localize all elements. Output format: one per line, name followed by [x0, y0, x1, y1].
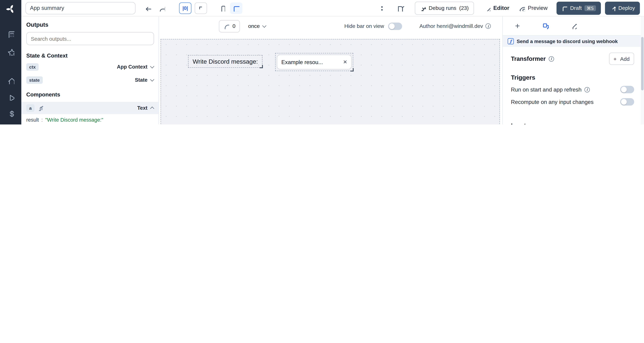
transformer-title: Transformer	[511, 56, 546, 62]
scrollbar-thumb[interactable]	[641, 37, 644, 90]
frequency-dropdown[interactable]: once	[248, 23, 266, 29]
components-title: Components	[21, 86, 158, 99]
ctx-row[interactable]: ctx App Context	[21, 60, 158, 74]
draft-shortcut: ⌘S	[584, 5, 596, 11]
info-icon[interactable]: i	[486, 24, 491, 29]
align-components-button[interactable]: |0|	[179, 2, 192, 14]
chevron-up-icon[interactable]	[150, 106, 154, 110]
function-square-icon: ƒ	[508, 38, 514, 44]
chevron-down-icon[interactable]	[150, 77, 154, 82]
resource-select-component[interactable]: Example resou... ×	[275, 53, 353, 71]
state-row[interactable]: state State	[21, 74, 158, 86]
resize-handle[interactable]	[260, 65, 263, 68]
redo-icon[interactable]	[156, 2, 168, 14]
run-on-start-toggle[interactable]	[620, 86, 634, 93]
triggers-title: Triggers	[511, 74, 634, 81]
chevron-down-icon[interactable]	[150, 64, 154, 68]
canvas-toolbar: 0 once Hide bar on view Author henri@win…	[159, 16, 502, 36]
component-a-header[interactable]: a Text	[21, 102, 158, 114]
state-context-title: State & Context	[21, 48, 158, 60]
docs-book-icon[interactable]	[395, 2, 406, 14]
component-settings-panel: + ƒ Send a message to discord using webh…	[502, 16, 640, 124]
outputs-title: Outputs	[21, 16, 158, 29]
author-label: Author henri@windmill.dev	[419, 23, 483, 29]
recompute-label: Recompute on any input changes	[511, 99, 594, 105]
recompute-toggle[interactable]	[620, 98, 634, 106]
info-icon[interactable]: i	[584, 87, 590, 92]
app-sidebar	[0, 0, 21, 124]
refresh-count-button[interactable]: 0	[219, 20, 240, 32]
page-scrollbar[interactable]	[641, 16, 644, 124]
mobile-view-icon[interactable]	[216, 2, 228, 14]
favorites-star-icon[interactable]	[0, 44, 21, 60]
run-on-start-label: Run on start and app refresh	[511, 86, 582, 92]
desktop-view-icon[interactable]	[230, 2, 242, 14]
windmill-logo-icon[interactable]	[0, 0, 21, 18]
hide-bar-label: Hide bar on view	[344, 23, 384, 29]
draft-button[interactable]: Draft ⌘S	[557, 2, 601, 14]
hide-bar-toggle[interactable]	[388, 22, 402, 30]
more-menu-kebab-icon[interactable]	[374, 2, 386, 14]
runs-play-icon[interactable]	[0, 89, 21, 105]
undo-icon[interactable]	[142, 2, 154, 14]
styling-brush-tab[interactable]	[568, 21, 578, 31]
resize-handle[interactable]	[350, 68, 354, 72]
fullscreen-icon[interactable]	[195, 2, 207, 14]
ctx-badge: ctx	[26, 63, 38, 71]
debug-runs-button[interactable]: Debug runs (23)	[415, 2, 474, 14]
debug-runs-count: (23)	[459, 5, 469, 11]
search-outputs-input[interactable]	[26, 32, 154, 45]
output-row: result:"Write Discord message:"	[26, 116, 154, 124]
runnable-header: ƒ Send a message to discord using webhoo…	[503, 36, 641, 47]
insert-component-tab[interactable]: +	[512, 21, 522, 31]
info-icon[interactable]: i	[548, 56, 554, 62]
topbar: |0| Debug runs (23) Editor Preview Draft…	[21, 0, 644, 16]
deploy-button[interactable]: Deploy	[605, 2, 640, 14]
home-icon[interactable]	[0, 73, 21, 88]
tab-preview[interactable]: Preview	[519, 5, 548, 11]
canvas-wrap: Write Discord message: Example resou... …	[159, 36, 502, 124]
tab-editor[interactable]: Editor	[485, 5, 509, 11]
resources-icon[interactable]	[0, 122, 21, 124]
right-panel-tabs: +	[503, 16, 641, 36]
app-canvas[interactable]: Write Discord message: Example resou... …	[160, 39, 500, 124]
apps-icon[interactable]	[0, 26, 21, 42]
clear-selection-icon[interactable]: ×	[343, 59, 347, 65]
add-transformer-button[interactable]: + Add	[609, 52, 634, 65]
variables-dollar-icon[interactable]	[0, 106, 21, 121]
state-badge: state	[26, 76, 42, 84]
hand-pointer-icon	[38, 106, 43, 111]
text-component[interactable]: Write Discord message:	[188, 55, 262, 68]
component-settings-tab[interactable]	[540, 21, 550, 31]
component-a-badge: a	[26, 104, 34, 112]
chevron-down-icon	[262, 24, 266, 28]
inputs-title: Inputs	[511, 122, 634, 124]
refresh-count: 0	[232, 23, 236, 29]
app-summary-input[interactable]	[26, 2, 136, 14]
windmill-app-editor: |0| Debug runs (23) Editor Preview Draft…	[0, 0, 644, 124]
component-a-outputs: result:"Write Discord message:"loading:u…	[21, 114, 158, 124]
outputs-panel: Outputs State & Context ctx App Context …	[21, 16, 159, 124]
canvas-column: 0 once Hide bar on view Author henri@win…	[159, 16, 502, 124]
debug-runs-label: Debug runs	[429, 5, 456, 11]
